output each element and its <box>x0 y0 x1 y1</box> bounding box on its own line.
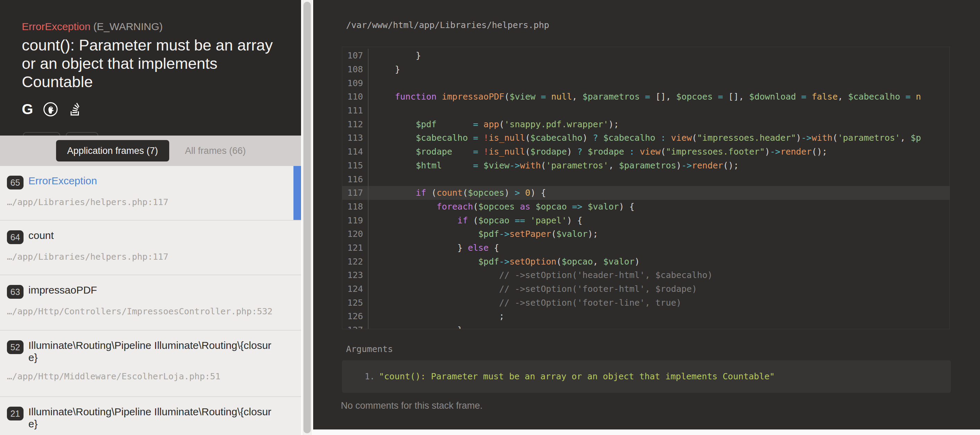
code-text: $rodape = !is_null($rodape) ? $rodape : … <box>369 147 827 157</box>
line-number: 126 <box>342 310 369 323</box>
header-action-button-stub[interactable] <box>23 132 60 135</box>
line-number: 110 <box>342 90 369 104</box>
code-line: 124 // ->setOption('footer-html', $rodap… <box>342 282 950 296</box>
line-number: 125 <box>342 296 369 310</box>
frame-item-21[interactable]: 21Illuminate\Routing\Pipeline Illuminate… <box>0 397 301 435</box>
line-number: 119 <box>342 213 369 227</box>
code-line: 127 } <box>342 323 950 329</box>
frame-title: Illuminate\Routing\Pipeline Illuminate\R… <box>29 406 275 430</box>
bottom-strip <box>313 429 980 435</box>
line-number: 113 <box>342 131 369 145</box>
code-text: if (count($opcoes) > 0) { <box>369 188 546 198</box>
code-line: 118 foreach($opcoes as $opcao => $valor)… <box>342 200 950 214</box>
code-line: 115 $html = $view->with('parametros', $p… <box>342 159 950 173</box>
frame-item-64[interactable]: 64count…/app/Libraries/helpers.php:117 <box>0 221 301 275</box>
frame-item-52[interactable]: 52Illuminate\Routing\Pipeline Illuminate… <box>0 330 301 397</box>
line-number: 123 <box>342 268 369 282</box>
code-text: // ->setOption('footer-html', $rodape) <box>369 284 697 294</box>
code-line: 120 $pdf->setPaper($valor); <box>342 227 950 241</box>
frame-title: Illuminate\Routing\Pipeline Illuminate\R… <box>29 340 275 364</box>
tab-all-frames[interactable]: All frames (66) <box>185 146 246 156</box>
code-viewer: 107 }108 }109110 function impressaoPDF($… <box>342 47 950 329</box>
frame-detail-panel: /var/www/html/app/Libraries/helpers.php … <box>313 0 980 429</box>
code-line: 108 } <box>342 63 950 76</box>
code-line: 113 $cabecalho = !is_null($cabecalho) ? … <box>342 131 950 145</box>
line-number: 115 <box>342 159 369 173</box>
frame-head: 21Illuminate\Routing\Pipeline Illuminate… <box>7 406 294 430</box>
code-text: $pdf->setPaper($valor); <box>369 229 598 239</box>
google-icon[interactable]: G <box>22 102 33 116</box>
frame-index-badge: 63 <box>7 285 24 299</box>
no-comments-note: No comments for this stack frame. <box>341 400 483 411</box>
frame-path: …/app/Http/Controllers/ImpressoesControl… <box>7 306 294 316</box>
code-text: } <box>369 325 463 329</box>
code-line: 121 } else { <box>342 241 950 255</box>
line-number: 120 <box>342 227 369 241</box>
code-line: 123 // ->setOption('header-html', $cabec… <box>342 268 950 282</box>
frame-head: 65ErrorException <box>7 175 294 189</box>
line-number: 118 <box>342 200 369 214</box>
code-line: 116 <box>342 172 950 186</box>
code-line: 111 <box>342 104 950 117</box>
frame-item-63[interactable]: 63impressaoPDF…/app/Http/Controllers/Imp… <box>0 275 301 330</box>
exception-message: count(): Parameter must be an array or a… <box>22 36 282 91</box>
scrollbar-thumb[interactable] <box>304 2 311 433</box>
sidebar-scrollbar <box>301 0 313 435</box>
code-text: } <box>369 51 421 60</box>
line-number: 109 <box>342 76 369 90</box>
code-text: foreach($opcoes as $opcao => $valor) { <box>369 202 635 212</box>
stack-frames-list: 65ErrorException…/app/Libraries/helpers.… <box>0 166 301 435</box>
frame-index-badge: 65 <box>7 176 24 189</box>
code-line: 122 $pdf->setOption($opcao, $valor) <box>342 254 950 268</box>
file-path: /var/www/html/app/Libraries/helpers.php <box>346 20 549 30</box>
argument-index: 1. <box>365 372 375 381</box>
active-frame-indicator <box>293 166 301 220</box>
frame-title: impressaoPDF <box>29 284 275 296</box>
code-line: 109 <box>342 76 950 90</box>
frame-index-badge: 21 <box>7 406 24 421</box>
frame-head: 63impressaoPDF <box>7 284 294 299</box>
frame-item-65[interactable]: 65ErrorException…/app/Libraries/helpers.… <box>0 166 301 221</box>
frame-index-badge: 52 <box>7 340 24 354</box>
line-number: 114 <box>342 145 369 159</box>
frame-head: 52Illuminate\Routing\Pipeline Illuminate… <box>7 340 294 364</box>
code-text: $pdf->setOption($opcao, $valor) <box>369 257 640 267</box>
code-text: $pdf = app('snappy.pdf.wrapper'); <box>369 119 619 129</box>
code-text: ; <box>369 311 504 321</box>
search-icons-row: G <box>22 102 82 117</box>
line-number: 127 <box>342 323 369 329</box>
argument-value: "count(): Parameter must be an array or … <box>379 371 775 381</box>
code-text: } else { <box>369 243 499 253</box>
line-number: 121 <box>342 241 369 255</box>
frames-tab-bar: Application frames (7) All frames (66) <box>0 135 301 166</box>
exception-severity: (E_WARNING) <box>94 21 163 32</box>
frame-path: …/app/Libraries/helpers.php:117 <box>7 252 294 262</box>
argument-item: 1."count(): Parameter must be an array o… <box>342 360 951 381</box>
line-number: 107 <box>342 49 369 63</box>
tab-application-frames[interactable]: Application frames (7) <box>56 140 169 162</box>
code-text: $cabecalho = !is_null($cabecalho) ? $cab… <box>369 133 921 143</box>
line-number: 112 <box>342 117 369 131</box>
stackoverflow-icon[interactable] <box>68 102 82 117</box>
frame-title: ErrorException <box>29 175 275 187</box>
duckduckgo-icon[interactable] <box>43 102 58 117</box>
arguments-label: Arguments <box>346 344 393 354</box>
exception-title-row: ErrorException (E_WARNING) <box>22 21 163 32</box>
line-number: 111 <box>342 104 369 117</box>
code-text: } <box>369 64 400 75</box>
header-action-button-stub[interactable] <box>66 132 98 135</box>
code-text: // ->setOption('footer-line', true) <box>369 298 681 308</box>
code-line: 110 function impressaoPDF($view = null, … <box>342 90 950 104</box>
line-number: 122 <box>342 254 369 268</box>
code-line: 126 ; <box>342 310 950 323</box>
code-line: 107 } <box>342 49 950 63</box>
line-number: 116 <box>342 172 369 186</box>
code-line: 112 $pdf = app('snappy.pdf.wrapper'); <box>342 117 950 131</box>
frame-path: …/app/Libraries/helpers.php:117 <box>7 197 294 207</box>
code-line: 119 if ($opcao == 'papel') { <box>342 213 950 227</box>
frame-head: 64count <box>7 230 294 244</box>
frame-index-badge: 64 <box>7 230 24 244</box>
exception-sidebar: ErrorException (E_WARNING) count(): Para… <box>0 0 301 435</box>
exception-header: ErrorException (E_WARNING) count(): Para… <box>0 0 301 135</box>
code-line: 125 // ->setOption('footer-line', true) <box>342 296 950 310</box>
